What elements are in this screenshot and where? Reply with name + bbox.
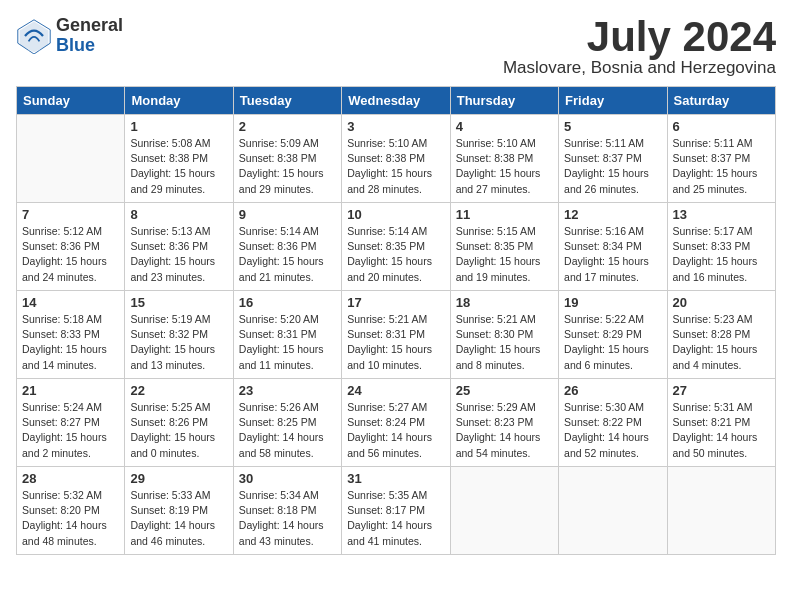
day-number: 12 xyxy=(564,207,661,222)
day-number: 27 xyxy=(673,383,770,398)
month-title: July 2024 xyxy=(503,16,776,58)
calendar-cell: 20Sunrise: 5:23 AM Sunset: 8:28 PM Dayli… xyxy=(667,291,775,379)
calendar-week-row: 7Sunrise: 5:12 AM Sunset: 8:36 PM Daylig… xyxy=(17,203,776,291)
calendar-cell: 14Sunrise: 5:18 AM Sunset: 8:33 PM Dayli… xyxy=(17,291,125,379)
day-number: 28 xyxy=(22,471,119,486)
logo-blue-text: Blue xyxy=(56,36,123,56)
calendar-cell: 3Sunrise: 5:10 AM Sunset: 8:38 PM Daylig… xyxy=(342,115,450,203)
day-header-saturday: Saturday xyxy=(667,87,775,115)
cell-info: Sunrise: 5:25 AM Sunset: 8:26 PM Dayligh… xyxy=(130,400,227,461)
day-number: 4 xyxy=(456,119,553,134)
logo-general-text: General xyxy=(56,16,123,36)
cell-info: Sunrise: 5:26 AM Sunset: 8:25 PM Dayligh… xyxy=(239,400,336,461)
calendar-cell: 4Sunrise: 5:10 AM Sunset: 8:38 PM Daylig… xyxy=(450,115,558,203)
calendar-cell: 24Sunrise: 5:27 AM Sunset: 8:24 PM Dayli… xyxy=(342,379,450,467)
cell-info: Sunrise: 5:12 AM Sunset: 8:36 PM Dayligh… xyxy=(22,224,119,285)
cell-info: Sunrise: 5:11 AM Sunset: 8:37 PM Dayligh… xyxy=(673,136,770,197)
calendar-cell: 10Sunrise: 5:14 AM Sunset: 8:35 PM Dayli… xyxy=(342,203,450,291)
cell-info: Sunrise: 5:24 AM Sunset: 8:27 PM Dayligh… xyxy=(22,400,119,461)
day-number: 16 xyxy=(239,295,336,310)
calendar-table: SundayMondayTuesdayWednesdayThursdayFrid… xyxy=(16,86,776,555)
cell-info: Sunrise: 5:13 AM Sunset: 8:36 PM Dayligh… xyxy=(130,224,227,285)
cell-info: Sunrise: 5:09 AM Sunset: 8:38 PM Dayligh… xyxy=(239,136,336,197)
day-number: 26 xyxy=(564,383,661,398)
day-number: 20 xyxy=(673,295,770,310)
calendar-cell xyxy=(559,467,667,555)
day-number: 7 xyxy=(22,207,119,222)
calendar-cell: 18Sunrise: 5:21 AM Sunset: 8:30 PM Dayli… xyxy=(450,291,558,379)
day-number: 25 xyxy=(456,383,553,398)
calendar-cell: 16Sunrise: 5:20 AM Sunset: 8:31 PM Dayli… xyxy=(233,291,341,379)
calendar-cell: 15Sunrise: 5:19 AM Sunset: 8:32 PM Dayli… xyxy=(125,291,233,379)
day-number: 21 xyxy=(22,383,119,398)
logo: General Blue xyxy=(16,16,123,56)
cell-info: Sunrise: 5:20 AM Sunset: 8:31 PM Dayligh… xyxy=(239,312,336,373)
day-number: 23 xyxy=(239,383,336,398)
day-header-monday: Monday xyxy=(125,87,233,115)
calendar-week-row: 28Sunrise: 5:32 AM Sunset: 8:20 PM Dayli… xyxy=(17,467,776,555)
calendar-cell: 6Sunrise: 5:11 AM Sunset: 8:37 PM Daylig… xyxy=(667,115,775,203)
calendar-cell: 21Sunrise: 5:24 AM Sunset: 8:27 PM Dayli… xyxy=(17,379,125,467)
calendar-cell: 1Sunrise: 5:08 AM Sunset: 8:38 PM Daylig… xyxy=(125,115,233,203)
cell-info: Sunrise: 5:31 AM Sunset: 8:21 PM Dayligh… xyxy=(673,400,770,461)
header: General Blue July 2024 Maslovare, Bosnia… xyxy=(16,16,776,78)
calendar-week-row: 1Sunrise: 5:08 AM Sunset: 8:38 PM Daylig… xyxy=(17,115,776,203)
logo-icon xyxy=(16,18,52,54)
calendar-cell xyxy=(667,467,775,555)
day-number: 10 xyxy=(347,207,444,222)
calendar-header-row: SundayMondayTuesdayWednesdayThursdayFrid… xyxy=(17,87,776,115)
day-number: 5 xyxy=(564,119,661,134)
day-number: 8 xyxy=(130,207,227,222)
cell-info: Sunrise: 5:14 AM Sunset: 8:36 PM Dayligh… xyxy=(239,224,336,285)
day-number: 6 xyxy=(673,119,770,134)
day-number: 13 xyxy=(673,207,770,222)
day-number: 30 xyxy=(239,471,336,486)
calendar-cell: 23Sunrise: 5:26 AM Sunset: 8:25 PM Dayli… xyxy=(233,379,341,467)
cell-info: Sunrise: 5:08 AM Sunset: 8:38 PM Dayligh… xyxy=(130,136,227,197)
day-number: 31 xyxy=(347,471,444,486)
cell-info: Sunrise: 5:21 AM Sunset: 8:30 PM Dayligh… xyxy=(456,312,553,373)
day-number: 17 xyxy=(347,295,444,310)
title-area: July 2024 Maslovare, Bosnia and Herzegov… xyxy=(503,16,776,78)
cell-info: Sunrise: 5:35 AM Sunset: 8:17 PM Dayligh… xyxy=(347,488,444,549)
day-number: 9 xyxy=(239,207,336,222)
calendar-cell: 31Sunrise: 5:35 AM Sunset: 8:17 PM Dayli… xyxy=(342,467,450,555)
day-header-sunday: Sunday xyxy=(17,87,125,115)
calendar-cell: 30Sunrise: 5:34 AM Sunset: 8:18 PM Dayli… xyxy=(233,467,341,555)
calendar-cell: 11Sunrise: 5:15 AM Sunset: 8:35 PM Dayli… xyxy=(450,203,558,291)
day-number: 22 xyxy=(130,383,227,398)
location-title: Maslovare, Bosnia and Herzegovina xyxy=(503,58,776,78)
cell-info: Sunrise: 5:11 AM Sunset: 8:37 PM Dayligh… xyxy=(564,136,661,197)
cell-info: Sunrise: 5:33 AM Sunset: 8:19 PM Dayligh… xyxy=(130,488,227,549)
calendar-week-row: 14Sunrise: 5:18 AM Sunset: 8:33 PM Dayli… xyxy=(17,291,776,379)
day-header-thursday: Thursday xyxy=(450,87,558,115)
calendar-cell: 28Sunrise: 5:32 AM Sunset: 8:20 PM Dayli… xyxy=(17,467,125,555)
day-header-wednesday: Wednesday xyxy=(342,87,450,115)
day-number: 14 xyxy=(22,295,119,310)
cell-info: Sunrise: 5:19 AM Sunset: 8:32 PM Dayligh… xyxy=(130,312,227,373)
cell-info: Sunrise: 5:30 AM Sunset: 8:22 PM Dayligh… xyxy=(564,400,661,461)
cell-info: Sunrise: 5:10 AM Sunset: 8:38 PM Dayligh… xyxy=(456,136,553,197)
calendar-cell: 5Sunrise: 5:11 AM Sunset: 8:37 PM Daylig… xyxy=(559,115,667,203)
cell-info: Sunrise: 5:15 AM Sunset: 8:35 PM Dayligh… xyxy=(456,224,553,285)
calendar-cell: 29Sunrise: 5:33 AM Sunset: 8:19 PM Dayli… xyxy=(125,467,233,555)
cell-info: Sunrise: 5:16 AM Sunset: 8:34 PM Dayligh… xyxy=(564,224,661,285)
calendar-cell: 7Sunrise: 5:12 AM Sunset: 8:36 PM Daylig… xyxy=(17,203,125,291)
calendar-cell: 26Sunrise: 5:30 AM Sunset: 8:22 PM Dayli… xyxy=(559,379,667,467)
cell-info: Sunrise: 5:17 AM Sunset: 8:33 PM Dayligh… xyxy=(673,224,770,285)
calendar-cell: 8Sunrise: 5:13 AM Sunset: 8:36 PM Daylig… xyxy=(125,203,233,291)
calendar-cell: 22Sunrise: 5:25 AM Sunset: 8:26 PM Dayli… xyxy=(125,379,233,467)
calendar-cell xyxy=(17,115,125,203)
cell-info: Sunrise: 5:34 AM Sunset: 8:18 PM Dayligh… xyxy=(239,488,336,549)
cell-info: Sunrise: 5:21 AM Sunset: 8:31 PM Dayligh… xyxy=(347,312,444,373)
cell-info: Sunrise: 5:10 AM Sunset: 8:38 PM Dayligh… xyxy=(347,136,444,197)
day-header-friday: Friday xyxy=(559,87,667,115)
calendar-cell: 27Sunrise: 5:31 AM Sunset: 8:21 PM Dayli… xyxy=(667,379,775,467)
day-header-tuesday: Tuesday xyxy=(233,87,341,115)
calendar-cell: 9Sunrise: 5:14 AM Sunset: 8:36 PM Daylig… xyxy=(233,203,341,291)
calendar-cell xyxy=(450,467,558,555)
calendar-cell: 19Sunrise: 5:22 AM Sunset: 8:29 PM Dayli… xyxy=(559,291,667,379)
day-number: 3 xyxy=(347,119,444,134)
cell-info: Sunrise: 5:29 AM Sunset: 8:23 PM Dayligh… xyxy=(456,400,553,461)
calendar-cell: 25Sunrise: 5:29 AM Sunset: 8:23 PM Dayli… xyxy=(450,379,558,467)
